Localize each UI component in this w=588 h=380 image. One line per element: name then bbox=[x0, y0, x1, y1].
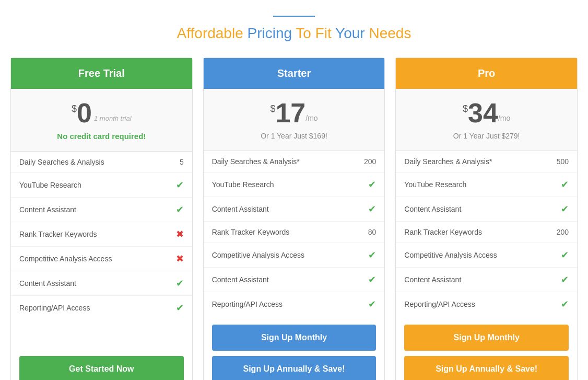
price-note: No credit card required! bbox=[21, 132, 182, 141]
feature-label: YouTube Research bbox=[404, 180, 466, 189]
feature-label: Content Assistant bbox=[19, 279, 76, 287]
feature-label: Competitive Analysis Access bbox=[212, 251, 304, 259]
features-list-pro: Daily Searches & Analysis*500YouTube Res… bbox=[396, 151, 577, 316]
feature-label: Reporting/API Access bbox=[212, 300, 283, 308]
feature-row: Content Assistant✔ bbox=[204, 197, 385, 222]
feature-row: Content Assistant✔ bbox=[204, 268, 385, 292]
feature-row: Competitive Analysis Access✖ bbox=[11, 247, 192, 271]
plan-header-free: Free Trial bbox=[11, 58, 192, 89]
feature-label: Daily Searches & Analysis* bbox=[404, 157, 492, 166]
price-number: 0 bbox=[77, 99, 92, 126]
plan-header-pro: Pro bbox=[396, 58, 577, 89]
feature-value: ✔ bbox=[368, 249, 376, 261]
plan-pricing-starter: $17/moOr 1 Year Just $169! bbox=[204, 89, 385, 151]
feature-value: ✔ bbox=[176, 278, 184, 289]
feature-value: ✔ bbox=[561, 179, 569, 190]
feature-row: Content Assistant✔ bbox=[11, 271, 192, 296]
price-dollar: $ bbox=[72, 103, 77, 114]
feature-label: Content Assistant bbox=[212, 275, 269, 284]
sign-up-monthly[interactable]: Sign Up Monthly bbox=[212, 325, 377, 351]
feature-label: Rank Tracker Keywords bbox=[19, 230, 97, 238]
feature-value: 5 bbox=[180, 158, 184, 166]
price-dollar: $ bbox=[463, 103, 468, 114]
title-to-fit: To Fit bbox=[296, 25, 331, 41]
feature-label: Content Assistant bbox=[404, 275, 461, 284]
feature-label: Content Assistant bbox=[404, 205, 461, 213]
sign-up-annually[interactable]: Sign Up Annually & Save! bbox=[212, 356, 377, 380]
price-number: 17 bbox=[275, 99, 305, 126]
title-needs: Needs bbox=[369, 25, 411, 41]
feature-row: YouTube Research✔ bbox=[396, 172, 577, 197]
feature-label: Daily Searches & Analysis* bbox=[212, 157, 300, 166]
feature-value: 200 bbox=[557, 228, 569, 236]
price-amount-pro: $34/mo bbox=[406, 99, 567, 126]
feature-row: Daily Searches & Analysis*500 bbox=[396, 151, 577, 172]
feature-value: ✔ bbox=[368, 274, 376, 285]
feature-row: Competitive Analysis Access✔ bbox=[396, 243, 577, 268]
feature-value: 500 bbox=[557, 157, 569, 166]
price-note: Or 1 Year Just $279! bbox=[406, 132, 567, 140]
feature-row: Rank Tracker Keywords200 bbox=[396, 222, 577, 243]
feature-value: ✔ bbox=[561, 249, 569, 261]
sign-up-annually-pro[interactable]: Sign Up Annually & Save! bbox=[404, 356, 569, 380]
feature-label: Rank Tracker Keywords bbox=[404, 228, 482, 236]
feature-row: YouTube Research✔ bbox=[204, 172, 385, 197]
plan-actions-starter: Sign Up MonthlySign Up Annually & Save! bbox=[204, 316, 385, 380]
title-line bbox=[273, 16, 315, 17]
feature-value: 80 bbox=[368, 228, 377, 236]
feature-label: Rank Tracker Keywords bbox=[212, 228, 290, 236]
pricing-grid: Free Trial$01 month trialNo credit card … bbox=[10, 57, 578, 380]
get-started[interactable]: Get Started Now bbox=[19, 356, 184, 380]
feature-label: YouTube Research bbox=[212, 180, 274, 189]
price-trial: 1 month trial bbox=[94, 114, 132, 122]
price-period: /mo bbox=[498, 114, 510, 122]
feature-label: Competitive Analysis Access bbox=[404, 251, 497, 259]
title-affordable: Affordable bbox=[177, 25, 243, 41]
feature-label: Reporting/API Access bbox=[19, 304, 90, 312]
feature-row: Content Assistant✔ bbox=[396, 268, 577, 292]
price-amount-free: $01 month trial bbox=[21, 99, 182, 126]
feature-value: ✔ bbox=[368, 298, 376, 310]
feature-row: Reporting/API Access✔ bbox=[11, 296, 192, 320]
feature-row: YouTube Research✔ bbox=[11, 173, 192, 198]
feature-value: ✔ bbox=[176, 204, 184, 215]
feature-label: Competitive Analysis Access bbox=[19, 255, 112, 263]
feature-value: ✔ bbox=[176, 179, 184, 191]
feature-row: Content Assistant✔ bbox=[11, 198, 192, 222]
plan-actions-pro: Sign Up MonthlySign Up Annually & Save! bbox=[396, 316, 577, 380]
feature-row: Reporting/API Access✔ bbox=[396, 292, 577, 316]
feature-value: ✔ bbox=[176, 302, 184, 314]
features-list-starter: Daily Searches & Analysis*200YouTube Res… bbox=[204, 151, 385, 316]
plan-header-starter: Starter bbox=[204, 58, 385, 89]
feature-value: ✖ bbox=[176, 228, 184, 240]
price-number: 34 bbox=[468, 99, 498, 126]
title-pricing: Pricing bbox=[243, 25, 296, 41]
feature-label: Content Assistant bbox=[19, 205, 76, 214]
feature-label: Daily Searches & Analysis bbox=[19, 158, 104, 166]
feature-row: Rank Tracker Keywords✖ bbox=[11, 222, 192, 247]
sign-up-monthly-pro[interactable]: Sign Up Monthly bbox=[404, 325, 569, 351]
feature-row: Competitive Analysis Access✔ bbox=[204, 243, 385, 268]
feature-row: Daily Searches & Analysis5 bbox=[11, 152, 192, 173]
features-list-free: Daily Searches & Analysis5YouTube Resear… bbox=[11, 152, 192, 348]
price-period: /mo bbox=[305, 114, 317, 122]
page-header: Affordable Pricing To Fit Your Needs bbox=[10, 16, 578, 42]
feature-value: ✔ bbox=[368, 203, 376, 215]
feature-row: Daily Searches & Analysis*200 bbox=[204, 151, 385, 172]
feature-value: ✔ bbox=[561, 298, 569, 310]
feature-value: ✖ bbox=[176, 253, 184, 264]
feature-row: Reporting/API Access✔ bbox=[204, 292, 385, 316]
plan-card-free: Free Trial$01 month trialNo credit card … bbox=[10, 57, 193, 380]
price-note: Or 1 Year Just $169! bbox=[214, 132, 374, 140]
feature-value: ✔ bbox=[368, 179, 376, 190]
feature-row: Content Assistant✔ bbox=[396, 197, 577, 222]
feature-label: Content Assistant bbox=[212, 205, 269, 213]
page-title: Affordable Pricing To Fit Your Needs bbox=[10, 25, 578, 42]
feature-value: ✔ bbox=[561, 274, 569, 285]
feature-value: 200 bbox=[364, 157, 376, 166]
plan-pricing-pro: $34/moOr 1 Year Just $279! bbox=[396, 89, 577, 151]
plan-card-starter: Starter$17/moOr 1 Year Just $169!Daily S… bbox=[203, 57, 385, 380]
price-dollar: $ bbox=[270, 103, 275, 114]
feature-label: Reporting/API Access bbox=[404, 300, 475, 308]
feature-value: ✔ bbox=[561, 203, 569, 215]
